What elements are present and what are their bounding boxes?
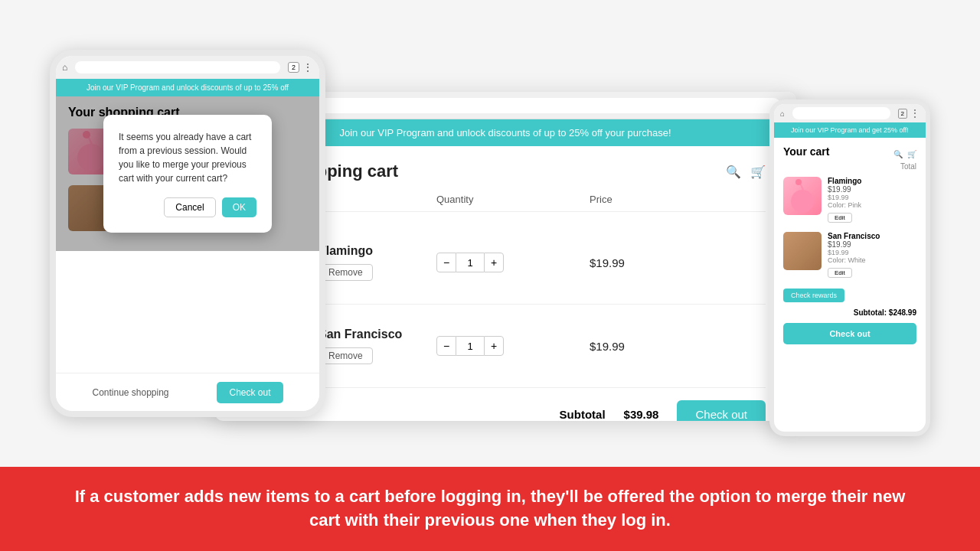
dialog-buttons: Cancel OK xyxy=(119,197,256,217)
sanfrancisco-qty-control: − 1 + xyxy=(436,336,590,356)
mobile-left-checkout-button[interactable]: Check out xyxy=(217,382,283,403)
list-item: San Francisco $19.99 $19.99 Color: White… xyxy=(783,232,916,278)
right-subtotal: Subtotal: $248.99 xyxy=(783,308,916,317)
sanfrancisco-qty-increase[interactable]: + xyxy=(484,336,504,356)
bottom-banner-text: If a customer adds new items to a cart b… xyxy=(61,485,919,533)
sanfrancisco-price: $19.99 xyxy=(590,340,704,353)
right-sanfrancisco-name: San Francisco xyxy=(828,232,880,240)
right-sanfrancisco-image xyxy=(783,232,822,270)
subtotal-value: $39.98 xyxy=(624,408,659,421)
flamingo-qty-control: − 1 + xyxy=(436,253,590,272)
mobile-right-cart-content: Your cart 🔍 🛒 Total Flamingo $19.99 $19.… xyxy=(774,138,926,352)
sanfrancisco-qty-decrease[interactable]: − xyxy=(436,336,456,356)
right-flamingo-image xyxy=(783,177,822,215)
right-flamingo-name: Flamingo xyxy=(828,177,861,185)
search-icon[interactable]: 🔍 xyxy=(726,165,741,179)
flamingo-qty-increase[interactable]: + xyxy=(484,253,504,272)
right-subtotal-value: $248.99 xyxy=(889,308,916,317)
right-sanfrancisco-edit-button[interactable]: Edit xyxy=(828,268,852,278)
right-flamingo-orig-price: $19.99 xyxy=(828,194,861,201)
sanfrancisco-remove-button[interactable]: Remove xyxy=(318,347,373,364)
tab-badge: 2 xyxy=(288,62,299,73)
mobile-left-mockup: ⌂ 2 ⋮ Join our VIP Program and unlock di… xyxy=(50,50,325,417)
check-rewards-button[interactable]: Check rewards xyxy=(783,289,844,302)
sanfrancisco-item-name: San Francisco xyxy=(318,328,402,341)
mobile-right-address-bar xyxy=(792,107,890,119)
mobile-address-bar xyxy=(75,61,280,73)
right-sanfrancisco-price: $19.99 xyxy=(828,240,880,249)
browser-address-bar xyxy=(266,98,781,113)
flamingo-qty-decrease[interactable]: − xyxy=(436,253,456,272)
desktop-checkout-button[interactable]: Check out xyxy=(677,400,766,421)
quantity-header: Quantity xyxy=(436,194,590,205)
right-search-icon[interactable]: 🔍 xyxy=(893,150,903,158)
mobile-left-toolbar: ⌂ 2 ⋮ xyxy=(56,56,319,79)
right-sanfrancisco-orig-price: $19.99 xyxy=(828,249,880,256)
flamingo-qty-display: 1 xyxy=(456,253,484,272)
merge-cart-dialog-overlay: It seems you already have a cart from a … xyxy=(56,96,319,251)
mobile-right-toolbar: ⌂ 2 ⋮ xyxy=(774,104,926,122)
tab-badge-right: 2 xyxy=(898,109,907,119)
svg-point-7 xyxy=(791,190,814,213)
right-flamingo-price: $19.99 xyxy=(828,185,861,194)
desktop-cart-icons: 🔍 🛒 xyxy=(726,165,766,179)
continue-shopping-button[interactable]: Continue shopping xyxy=(92,387,168,398)
sanfrancisco-qty-display: 1 xyxy=(456,336,484,356)
right-flamingo-edit-button[interactable]: Edit xyxy=(828,213,852,223)
list-item: Flamingo $19.99 $19.99 Color: Pink Edit xyxy=(783,177,916,223)
home-icon: ⌂ xyxy=(780,109,785,118)
mobile-right-mockup: ⌂ 2 ⋮ Join our VIP Program and get 25% o… xyxy=(769,99,930,436)
dialog-message: It seems you already have a cart from a … xyxy=(119,130,256,185)
right-cart-icon[interactable]: 🛒 xyxy=(907,150,916,158)
flamingo-price: $19.99 xyxy=(590,256,704,269)
cart-icon[interactable]: 🛒 xyxy=(750,165,766,179)
dialog-ok-button[interactable]: OK xyxy=(222,197,256,217)
svg-point-8 xyxy=(795,179,802,185)
mobile-left-content: Your shopping cart Flamingo $19.99 Color… xyxy=(56,96,319,251)
home-icon: ⌂ xyxy=(62,62,67,73)
subtotal-label: Subtotal xyxy=(560,408,606,421)
right-flamingo-color: Color: Pink xyxy=(828,201,861,209)
mobile-right-cart-title: Your cart xyxy=(783,145,829,158)
mobile-left-vip-banner: Join our VIP Program and unlock discount… xyxy=(56,79,319,96)
mobile-left-footer: Continue shopping Check out xyxy=(56,373,319,411)
mobile-right-vip-banner: Join our VIP Program and get 25% off! xyxy=(774,122,926,138)
merge-cart-dialog: It seems you already have a cart from a … xyxy=(103,115,272,233)
menu-dots-right-icon: ⋮ xyxy=(910,108,920,119)
menu-dots-icon: ⋮ xyxy=(302,61,313,73)
mobile-right-checkout-button[interactable]: Check out xyxy=(783,323,916,344)
right-sanfrancisco-color: Color: White xyxy=(828,256,880,264)
bottom-banner: If a customer adds new items to a cart b… xyxy=(0,467,980,551)
right-total-label: Total xyxy=(783,162,916,171)
flamingo-item-name: Flamingo xyxy=(318,244,373,258)
dialog-cancel-button[interactable]: Cancel xyxy=(164,197,215,217)
flamingo-remove-button[interactable]: Remove xyxy=(318,264,373,281)
price-header: Price xyxy=(590,194,704,205)
right-subtotal-label: Subtotal: xyxy=(854,308,887,317)
